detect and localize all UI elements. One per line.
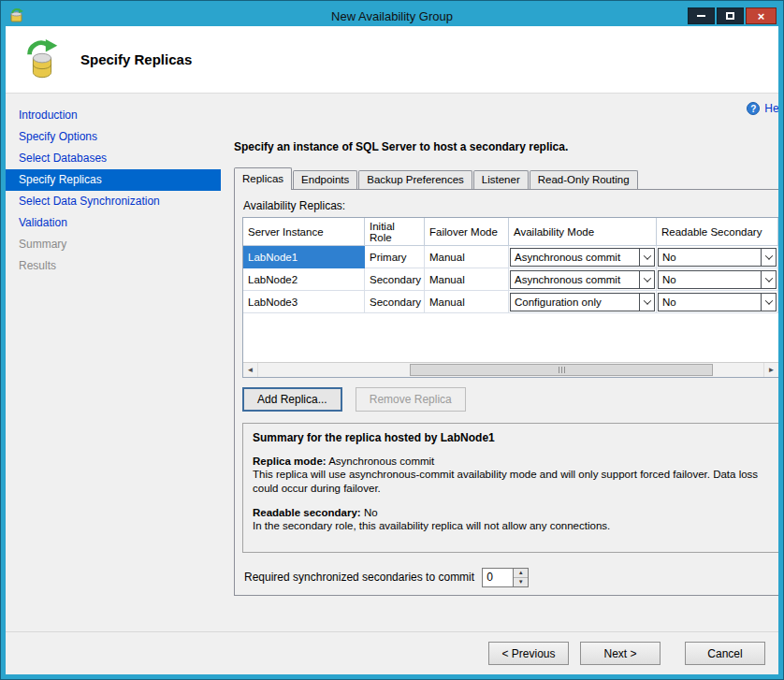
replica-summary-box: Summary for the replica hosted by LabNod… — [242, 423, 778, 553]
cancel-button[interactable]: Cancel — [685, 642, 765, 665]
replica-mode-value: Asynchronous commit — [327, 456, 435, 467]
cell-failover-mode[interactable]: Manual — [425, 268, 509, 291]
previous-button[interactable]: < Previous — [488, 642, 569, 665]
page-title: Specify Replicas — [80, 51, 192, 67]
sidebar-item-select-data-synchronization[interactable]: Select Data Synchronization — [6, 191, 221, 212]
readable-secondary-dropdown[interactable]: No — [658, 293, 777, 311]
availability-mode-dropdown[interactable]: Asynchronous commit — [510, 270, 655, 289]
help-link[interactable]: ? Help — [747, 99, 778, 118]
column-header-readable-secondary[interactable]: Readable Secondary — [657, 218, 778, 246]
readable-secondary-description: In the secondary role, this availability… — [253, 519, 769, 533]
required-secondaries-row: Required synchronized secondaries to com… — [242, 568, 778, 587]
wizard-content: ? Help Specify an instance of SQL Server… — [221, 94, 778, 631]
help-label: Help — [764, 102, 778, 115]
column-header-initial-role[interactable]: Initial Role — [365, 218, 425, 246]
cell-availability-mode: Asynchronous commit — [509, 246, 657, 268]
chevron-down-icon[interactable] — [639, 294, 654, 311]
availability-group-icon — [21, 38, 64, 81]
cell-server-instance[interactable]: LabNode2 — [243, 268, 365, 291]
readable-secondary-label: Readable secondary: — [253, 507, 361, 518]
chevron-down-icon[interactable] — [761, 249, 776, 266]
availability-mode-value: Asynchronous commit — [511, 249, 639, 266]
readable-secondary-value: No — [659, 249, 761, 266]
readable-secondary-value: No — [659, 271, 761, 288]
chevron-down-icon[interactable] — [639, 271, 654, 288]
cell-availability-mode: Asynchronous commit — [509, 268, 657, 291]
chevron-down-icon[interactable] — [639, 249, 654, 266]
cell-readable-secondary: No — [657, 246, 778, 268]
sidebar-item-validation[interactable]: Validation — [6, 212, 221, 234]
maximize-button[interactable] — [717, 7, 744, 24]
stepper-down-icon[interactable]: ▼ — [514, 578, 528, 586]
scrollbar-track[interactable] — [258, 363, 763, 377]
cell-readable-secondary: No — [657, 268, 778, 291]
cell-initial-role[interactable]: Primary — [365, 246, 425, 268]
readable-secondary-summary-value: No — [361, 507, 378, 518]
sidebar-item-introduction[interactable]: Introduction — [6, 105, 221, 126]
sidebar-item-specify-replicas[interactable]: Specify Replicas — [6, 169, 221, 191]
table-row: LabNode1 Primary Manual Asynchronous com… — [243, 246, 778, 268]
availability-mode-dropdown[interactable]: Asynchronous commit — [510, 248, 655, 267]
scroll-right-arrow[interactable]: ► — [763, 363, 778, 377]
window-title: New Availability Group — [6, 9, 778, 23]
cell-failover-mode[interactable]: Manual — [425, 291, 509, 313]
readable-secondary-value: No — [659, 294, 761, 311]
tab-read-only-routing[interactable]: Read-Only Routing — [530, 170, 638, 189]
stepper-up-icon[interactable]: ▲ — [514, 569, 528, 578]
sidebar-item-specify-options[interactable]: Specify Options — [6, 126, 221, 148]
wizard-main: Introduction Specify Options Select Data… — [6, 94, 778, 631]
scroll-left-arrow[interactable]: ◄ — [243, 363, 258, 377]
readable-secondary-line: Readable secondary: No — [253, 507, 769, 518]
required-secondaries-input[interactable] — [483, 569, 513, 586]
cell-server-instance[interactable]: LabNode3 — [243, 291, 365, 313]
replica-mode-line: Replica mode: Asynchronous commit — [253, 456, 769, 467]
tab-listener[interactable]: Listener — [473, 170, 529, 189]
replica-mode-label: Replica mode: — [253, 456, 327, 467]
availability-mode-dropdown[interactable]: Configuration only — [510, 293, 655, 311]
sidebar-item-results: Results — [6, 255, 221, 277]
cell-failover-mode[interactable]: Manual — [425, 246, 509, 268]
summary-title: Summary for the replica hosted by LabNod… — [253, 431, 769, 444]
tab-backup-preferences[interactable]: Backup Preferences — [358, 170, 472, 189]
availability-mode-value: Asynchronous commit — [511, 271, 639, 288]
minimize-icon — [697, 15, 705, 17]
replicas-tab-panel: Availability Replicas: Server Instance I… — [234, 189, 778, 596]
cell-initial-role[interactable]: Secondary — [365, 268, 425, 291]
app-icon — [9, 8, 24, 23]
add-replica-button[interactable]: Add Replica... — [242, 387, 342, 412]
availability-mode-value: Configuration only — [511, 294, 639, 311]
scrollbar-thumb[interactable] — [410, 364, 713, 376]
sidebar-item-summary: Summary — [6, 234, 221, 255]
tab-replicas[interactable]: Replicas — [234, 167, 292, 190]
readable-secondary-dropdown[interactable]: No — [658, 270, 777, 289]
column-header-failover-mode[interactable]: Failover Mode — [425, 218, 509, 246]
wizard-footer: < Previous Next > Cancel — [6, 631, 778, 674]
cell-server-instance[interactable]: LabNode1 — [243, 246, 365, 268]
help-icon: ? — [747, 102, 760, 115]
tab-endpoints[interactable]: Endpoints — [293, 170, 357, 189]
instruction-text: Specify an instance of SQL Server to hos… — [234, 140, 778, 153]
cell-initial-role[interactable]: Secondary — [365, 291, 425, 313]
tab-strip: Replicas Endpoints Backup Preferences Li… — [234, 166, 778, 189]
remove-replica-button: Remove Replica — [356, 387, 466, 412]
minimize-button[interactable] — [688, 7, 715, 24]
sidebar-item-select-databases[interactable]: Select Databases — [6, 148, 221, 169]
readable-secondary-dropdown[interactable]: No — [658, 248, 777, 267]
wizard-steps-sidebar: Introduction Specify Options Select Data… — [6, 94, 221, 631]
chevron-down-icon[interactable] — [761, 294, 776, 311]
table-row: LabNode3 Secondary Manual Configuration … — [243, 291, 778, 313]
close-button[interactable]: × — [746, 7, 777, 24]
maximize-icon — [726, 12, 734, 20]
table-row: LabNode2 Secondary Manual Asynchronous c… — [243, 268, 778, 291]
titlebar: New Availability Group × — [6, 6, 778, 26]
chevron-down-icon[interactable] — [761, 271, 776, 288]
grid-header-row: Server Instance Initial Role Failover Mo… — [243, 218, 778, 246]
cell-availability-mode: Configuration only — [509, 291, 657, 313]
replica-mode-description: This replica will use asynchronous-commi… — [253, 468, 769, 496]
required-secondaries-label: Required synchronized secondaries to com… — [244, 571, 474, 584]
column-header-availability-mode[interactable]: Availability Mode — [509, 218, 657, 246]
wizard-header: Specify Replicas — [6, 26, 778, 94]
column-header-server-instance[interactable]: Server Instance — [243, 218, 365, 246]
grid-buttons: Add Replica... Remove Replica — [242, 387, 778, 412]
next-button[interactable]: Next > — [580, 642, 661, 665]
